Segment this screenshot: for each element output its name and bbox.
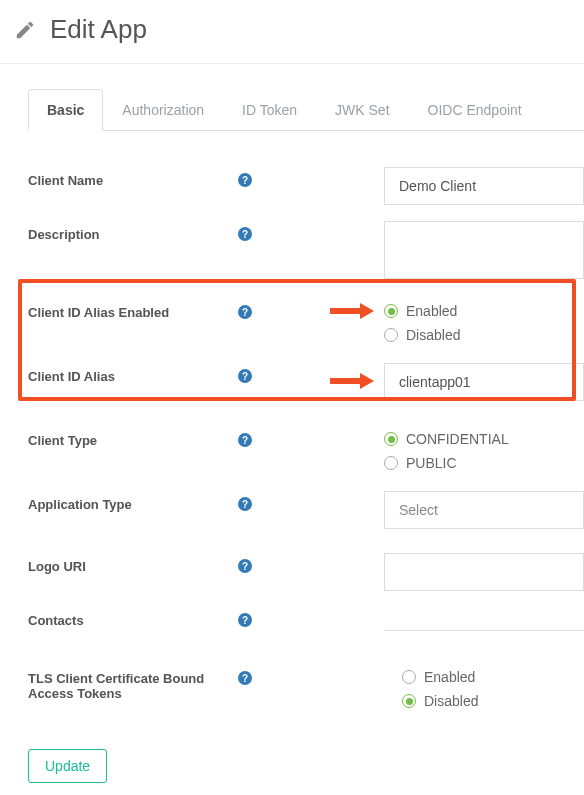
- radio-alias-enabled[interactable]: Enabled: [384, 303, 584, 319]
- radio-group-client-type: CONFIDENTIAL PUBLIC: [384, 427, 584, 471]
- input-contacts[interactable]: [384, 607, 584, 631]
- label-client-id-alias-enabled: Client ID Alias Enabled: [28, 299, 169, 320]
- edit-icon: [14, 19, 36, 41]
- help-icon[interactable]: ?: [238, 671, 252, 685]
- tab-oidc-endpoint[interactable]: OIDC Endpoint: [409, 89, 541, 131]
- label-client-name: Client Name: [28, 167, 103, 188]
- label-tls-bound: TLS Client Certificate Bound Access Toke…: [28, 665, 238, 701]
- tab-authorization[interactable]: Authorization: [103, 89, 223, 131]
- input-client-name[interactable]: [384, 167, 584, 205]
- update-button[interactable]: Update: [28, 749, 107, 783]
- help-icon[interactable]: ?: [238, 433, 252, 447]
- arrow-icon: [330, 373, 374, 389]
- radio-group-tls: Enabled Disabled: [384, 665, 584, 709]
- help-icon[interactable]: ?: [238, 305, 252, 319]
- select-application-type[interactable]: Select: [384, 491, 584, 529]
- help-icon[interactable]: ?: [238, 613, 252, 627]
- arrow-icon: [330, 303, 374, 319]
- label-client-id-alias: Client ID Alias: [28, 363, 115, 384]
- help-icon[interactable]: ?: [238, 497, 252, 511]
- label-description: Description: [28, 221, 100, 242]
- radio-group-alias-enabled: Enabled Disabled: [384, 299, 584, 343]
- row-client-name: Client Name ?: [28, 159, 584, 213]
- tab-bar: Basic Authorization ID Token JWK Set OID…: [28, 88, 584, 131]
- label-client-type: Client Type: [28, 427, 97, 448]
- radio-alias-disabled[interactable]: Disabled: [384, 327, 584, 343]
- row-contacts: Contacts ?: [28, 599, 584, 647]
- tab-jwk-set[interactable]: JWK Set: [316, 89, 408, 131]
- label-logo-uri: Logo URI: [28, 553, 86, 574]
- radio-confidential[interactable]: CONFIDENTIAL: [384, 431, 584, 447]
- radio-public[interactable]: PUBLIC: [384, 455, 584, 471]
- tab-id-token[interactable]: ID Token: [223, 89, 316, 131]
- row-client-id-alias-enabled: Client ID Alias Enabled ? Enabled Disabl…: [28, 291, 584, 355]
- help-icon[interactable]: ?: [238, 227, 252, 241]
- page-header: Edit App: [0, 0, 584, 64]
- row-application-type: Application Type ? Select: [28, 483, 584, 537]
- label-application-type: Application Type: [28, 491, 132, 512]
- input-client-id-alias[interactable]: [384, 363, 584, 401]
- help-icon[interactable]: ?: [238, 369, 252, 383]
- row-client-type: Client Type ? CONFIDENTIAL PUBLIC: [28, 419, 584, 483]
- row-client-id-alias: Client ID Alias ?: [28, 355, 584, 409]
- input-description[interactable]: [384, 221, 584, 279]
- row-description: Description ?: [28, 213, 584, 291]
- row-logo-uri: Logo URI ?: [28, 545, 584, 599]
- page-title: Edit App: [50, 14, 147, 45]
- label-contacts: Contacts: [28, 607, 84, 628]
- help-icon[interactable]: ?: [238, 173, 252, 187]
- radio-tls-disabled[interactable]: Disabled: [402, 693, 584, 709]
- row-tls-bound: TLS Client Certificate Bound Access Toke…: [28, 657, 584, 721]
- form: Client Name ? Description ? Client ID Al…: [28, 159, 584, 721]
- tab-basic[interactable]: Basic: [28, 89, 103, 131]
- input-logo-uri[interactable]: [384, 553, 584, 591]
- help-icon[interactable]: ?: [238, 559, 252, 573]
- radio-tls-enabled[interactable]: Enabled: [402, 669, 584, 685]
